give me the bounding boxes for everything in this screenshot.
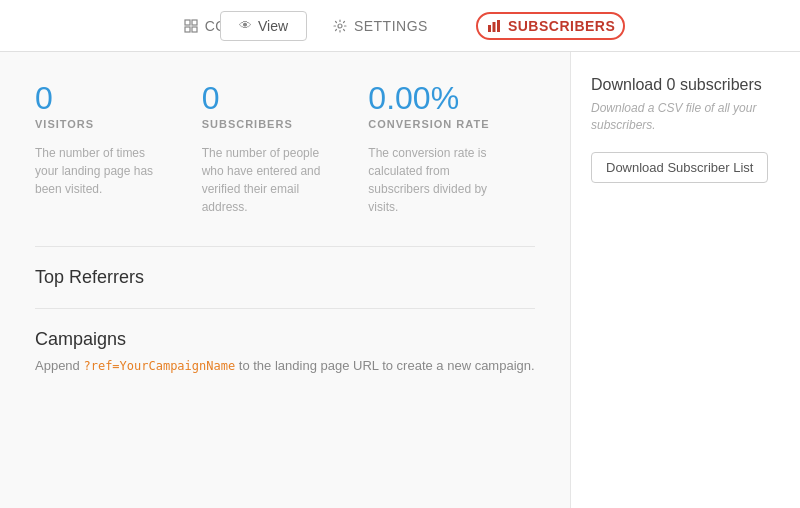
subscribers-stat: 0 SUBSCRIBERS The number of people who h…: [202, 82, 369, 216]
bar-chart-icon: [486, 18, 502, 34]
stats-row: 0 VISITORS The number of times your land…: [35, 82, 535, 216]
svg-point-4: [338, 24, 342, 28]
top-referrers-title: Top Referrers: [35, 267, 535, 288]
visitors-stat: 0 VISITORS The number of times your land…: [35, 82, 202, 216]
subscribers-label: SUBSCRIBERS: [202, 118, 339, 130]
view-button[interactable]: 👁 View: [220, 11, 307, 41]
campaigns-text-suffix: to the landing page URL to create a new …: [239, 358, 535, 373]
conversion-desc: The conversion rate is calculated from s…: [368, 144, 505, 216]
tab-settings[interactable]: SETTINGS: [324, 14, 436, 38]
svg-rect-7: [497, 20, 500, 32]
conversion-label: CONVERSION RATE: [368, 118, 505, 130]
left-panel: 0 VISITORS The number of times your land…: [0, 52, 570, 508]
right-panel: Download 0 subscribers Download a CSV fi…: [570, 52, 800, 508]
download-subscriber-list-button[interactable]: Download Subscriber List: [591, 152, 768, 183]
subscribers-desc: The number of people who have entered an…: [202, 144, 339, 216]
top-referrers-section: Top Referrers: [35, 267, 535, 288]
settings-tab-label: SETTINGS: [354, 18, 428, 34]
svg-rect-3: [192, 27, 197, 32]
view-label: View: [258, 18, 288, 34]
svg-rect-6: [492, 22, 495, 32]
campaigns-description: Append ?ref=YourCampaignName to the land…: [35, 358, 535, 373]
campaigns-text-prefix: Append: [35, 358, 80, 373]
svg-rect-1: [192, 20, 197, 25]
divider-2: [35, 308, 535, 309]
subscribers-value: 0: [202, 82, 339, 114]
campaigns-code: ?ref=YourCampaignName: [83, 359, 235, 373]
main-content: 0 VISITORS The number of times your land…: [0, 52, 800, 508]
visitors-value: 0: [35, 82, 172, 114]
top-nav: 👁 View CONTENT SETTINGS: [0, 0, 800, 52]
gear-icon: [332, 18, 348, 34]
campaigns-section: Campaigns Append ?ref=YourCampaignName t…: [35, 329, 535, 373]
eye-icon: 👁: [239, 18, 252, 33]
download-title: Download 0 subscribers: [591, 76, 780, 94]
conversion-value: 0.00%: [368, 82, 505, 114]
download-subtitle: Download a CSV file of all your subscrib…: [591, 100, 780, 134]
visitors-desc: The number of times your landing page ha…: [35, 144, 172, 198]
divider-1: [35, 246, 535, 247]
content-icon: [183, 18, 199, 34]
visitors-label: VISITORS: [35, 118, 172, 130]
tab-subscribers[interactable]: SUBSCRIBERS: [476, 12, 625, 40]
conversion-stat: 0.00% CONVERSION RATE The conversion rat…: [368, 82, 535, 216]
svg-rect-5: [488, 25, 491, 32]
svg-rect-2: [185, 27, 190, 32]
svg-rect-0: [185, 20, 190, 25]
campaigns-title: Campaigns: [35, 329, 535, 350]
subscribers-tab-label: SUBSCRIBERS: [508, 18, 615, 34]
